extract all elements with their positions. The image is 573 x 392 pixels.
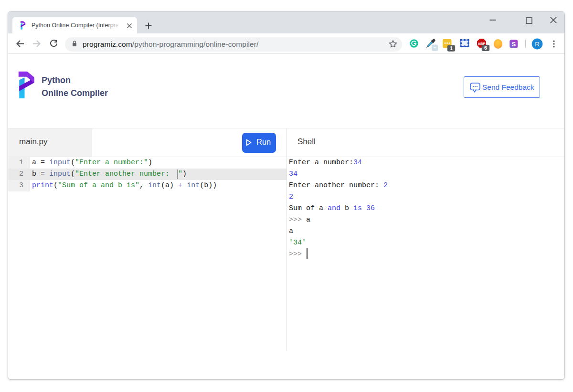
svg-text:R: R: [535, 41, 540, 48]
svg-text:1: 1: [450, 45, 453, 51]
svg-text:S: S: [511, 41, 516, 48]
svg-text:6: 6: [484, 45, 487, 51]
